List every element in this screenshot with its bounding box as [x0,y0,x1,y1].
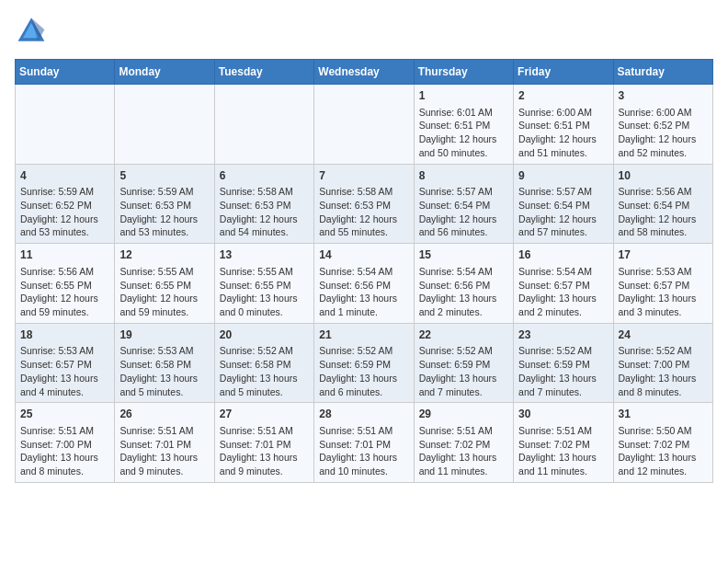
calendar-cell [115,85,214,165]
column-header-sunday: Sunday [16,60,115,85]
day-number: 13 [220,247,309,263]
day-content: Sunrise: 5:53 AM Sunset: 6:57 PM Dayligh… [619,265,708,319]
calendar-cell: 24Sunrise: 5:52 AM Sunset: 7:00 PM Dayli… [613,323,712,403]
day-number: 5 [119,168,209,184]
calendar-cell: 18Sunrise: 5:53 AM Sunset: 6:57 PM Dayli… [16,323,115,403]
calendar-cell: 5Sunrise: 5:59 AM Sunset: 6:53 PM Daylig… [115,164,214,244]
day-number: 18 [20,327,109,343]
day-number: 4 [20,168,109,184]
day-content: Sunrise: 5:51 AM Sunset: 7:02 PM Dayligh… [518,424,608,478]
column-header-saturday: Saturday [613,60,712,85]
day-number: 11 [20,247,109,263]
day-number: 19 [119,327,209,343]
calendar-cell: 2Sunrise: 6:00 AM Sunset: 6:51 PM Daylig… [514,85,613,165]
day-content: Sunrise: 5:50 AM Sunset: 7:02 PM Dayligh… [619,424,708,478]
day-number: 12 [119,247,209,263]
calendar-cell: 27Sunrise: 5:51 AM Sunset: 7:01 PM Dayli… [214,403,313,483]
calendar-cell: 8Sunrise: 5:57 AM Sunset: 6:54 PM Daylig… [414,164,513,244]
calendar-cell: 14Sunrise: 5:54 AM Sunset: 6:56 PM Dayli… [314,244,414,324]
day-content: Sunrise: 5:52 AM Sunset: 6:59 PM Dayligh… [419,344,508,398]
day-number: 28 [319,407,408,422]
day-content: Sunrise: 6:00 AM Sunset: 6:52 PM Dayligh… [619,106,708,160]
calendar-cell: 16Sunrise: 5:54 AM Sunset: 6:57 PM Dayli… [514,244,613,324]
calendar-cell: 7Sunrise: 5:58 AM Sunset: 6:53 PM Daylig… [314,164,414,244]
day-number: 29 [419,407,508,422]
calendar-cell: 22Sunrise: 5:52 AM Sunset: 6:59 PM Dayli… [414,323,513,403]
calendar-cell: 23Sunrise: 5:52 AM Sunset: 6:59 PM Dayli… [514,323,613,403]
day-content: Sunrise: 5:54 AM Sunset: 6:56 PM Dayligh… [319,265,408,319]
calendar-cell: 30Sunrise: 5:51 AM Sunset: 7:02 PM Dayli… [514,403,613,483]
calendar-cell: 15Sunrise: 5:54 AM Sunset: 6:56 PM Dayli… [414,244,513,324]
day-content: Sunrise: 5:57 AM Sunset: 6:54 PM Dayligh… [518,185,608,239]
day-content: Sunrise: 5:51 AM Sunset: 7:01 PM Dayligh… [220,424,309,478]
calendar-cell: 17Sunrise: 5:53 AM Sunset: 6:57 PM Dayli… [613,244,712,324]
column-header-wednesday: Wednesday [314,60,414,85]
day-number: 9 [518,168,608,184]
day-content: Sunrise: 5:53 AM Sunset: 6:58 PM Dayligh… [119,344,209,398]
day-content: Sunrise: 5:52 AM Sunset: 6:58 PM Dayligh… [220,344,309,398]
calendar-cell: 19Sunrise: 5:53 AM Sunset: 6:58 PM Dayli… [115,323,214,403]
day-content: Sunrise: 5:52 AM Sunset: 7:00 PM Dayligh… [619,344,708,398]
day-content: Sunrise: 5:51 AM Sunset: 7:01 PM Dayligh… [119,424,209,478]
calendar-cell: 4Sunrise: 5:59 AM Sunset: 6:52 PM Daylig… [16,164,115,244]
calendar-cell: 1Sunrise: 6:01 AM Sunset: 6:51 PM Daylig… [414,85,513,165]
calendar-cell: 13Sunrise: 5:55 AM Sunset: 6:55 PM Dayli… [214,244,313,324]
day-number: 22 [419,327,508,343]
day-content: Sunrise: 5:58 AM Sunset: 6:53 PM Dayligh… [220,185,309,239]
day-content: Sunrise: 5:57 AM Sunset: 6:54 PM Dayligh… [419,185,508,239]
day-number: 7 [319,168,408,184]
calendar-week-row: 1Sunrise: 6:01 AM Sunset: 6:51 PM Daylig… [16,85,713,165]
day-number: 30 [518,407,608,422]
calendar-cell: 9Sunrise: 5:57 AM Sunset: 6:54 PM Daylig… [514,164,613,244]
calendar-cell: 21Sunrise: 5:52 AM Sunset: 6:59 PM Dayli… [314,323,414,403]
calendar-cell [16,85,115,165]
day-number: 17 [619,247,708,263]
day-content: Sunrise: 5:53 AM Sunset: 6:57 PM Dayligh… [20,344,109,398]
logo [15,15,53,48]
calendar-week-row: 11Sunrise: 5:56 AM Sunset: 6:55 PM Dayli… [16,244,713,324]
day-content: Sunrise: 5:59 AM Sunset: 6:53 PM Dayligh… [119,185,209,239]
day-content: Sunrise: 6:01 AM Sunset: 6:51 PM Dayligh… [419,106,508,160]
day-number: 1 [419,88,508,104]
day-number: 16 [518,247,608,263]
day-number: 14 [319,247,408,263]
calendar-cell: 28Sunrise: 5:51 AM Sunset: 7:01 PM Dayli… [314,403,414,483]
calendar-cell: 11Sunrise: 5:56 AM Sunset: 6:55 PM Dayli… [16,244,115,324]
day-content: Sunrise: 5:58 AM Sunset: 6:53 PM Dayligh… [319,185,408,239]
day-content: Sunrise: 5:52 AM Sunset: 6:59 PM Dayligh… [518,344,608,398]
column-header-monday: Monday [115,60,214,85]
calendar-cell: 20Sunrise: 5:52 AM Sunset: 6:58 PM Dayli… [214,323,313,403]
calendar-cell: 29Sunrise: 5:51 AM Sunset: 7:02 PM Dayli… [414,403,513,483]
day-number: 24 [619,327,708,343]
day-content: Sunrise: 5:52 AM Sunset: 6:59 PM Dayligh… [319,344,408,398]
column-header-friday: Friday [514,60,613,85]
calendar-cell: 26Sunrise: 5:51 AM Sunset: 7:01 PM Dayli… [115,403,214,483]
day-number: 25 [20,407,109,422]
day-content: Sunrise: 5:54 AM Sunset: 6:57 PM Dayligh… [518,265,608,319]
column-header-tuesday: Tuesday [214,60,313,85]
calendar-cell: 6Sunrise: 5:58 AM Sunset: 6:53 PM Daylig… [214,164,313,244]
day-number: 8 [419,168,508,184]
day-content: Sunrise: 5:51 AM Sunset: 7:02 PM Dayligh… [419,424,508,478]
day-content: Sunrise: 6:00 AM Sunset: 6:51 PM Dayligh… [518,106,608,160]
calendar-table: SundayMondayTuesdayWednesdayThursdayFrid… [15,59,713,483]
day-number: 3 [619,88,708,104]
day-number: 23 [518,327,608,343]
day-number: 27 [220,407,309,422]
calendar-header-row: SundayMondayTuesdayWednesdayThursdayFrid… [16,60,713,85]
day-content: Sunrise: 5:55 AM Sunset: 6:55 PM Dayligh… [220,265,309,319]
calendar-cell: 3Sunrise: 6:00 AM Sunset: 6:52 PM Daylig… [613,85,712,165]
calendar-cell [314,85,414,165]
day-number: 6 [220,168,309,184]
calendar-week-row: 18Sunrise: 5:53 AM Sunset: 6:57 PM Dayli… [16,323,713,403]
day-number: 26 [119,407,209,422]
day-content: Sunrise: 5:51 AM Sunset: 7:01 PM Dayligh… [319,424,408,478]
day-content: Sunrise: 5:51 AM Sunset: 7:00 PM Dayligh… [20,424,109,478]
calendar-cell: 12Sunrise: 5:55 AM Sunset: 6:55 PM Dayli… [115,244,214,324]
calendar-cell: 31Sunrise: 5:50 AM Sunset: 7:02 PM Dayli… [613,403,712,483]
day-content: Sunrise: 5:54 AM Sunset: 6:56 PM Dayligh… [419,265,508,319]
logo-icon [15,15,48,48]
day-content: Sunrise: 5:56 AM Sunset: 6:55 PM Dayligh… [20,265,109,319]
day-number: 10 [619,168,708,184]
day-number: 2 [518,88,608,104]
